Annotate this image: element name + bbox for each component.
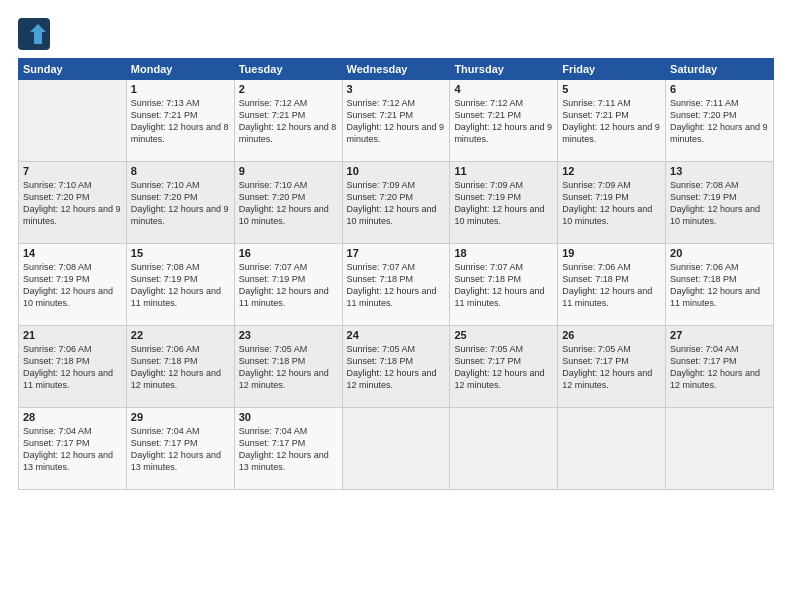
day-number: 29 [131,411,230,423]
day-cell [19,80,127,162]
day-content: Sunrise: 7:05 AM Sunset: 7:17 PM Dayligh… [454,343,553,392]
header-cell-monday: Monday [126,59,234,80]
day-cell: 22Sunrise: 7:06 AM Sunset: 7:18 PM Dayli… [126,326,234,408]
header [18,18,774,50]
day-cell [558,408,666,490]
day-content: Sunrise: 7:07 AM Sunset: 7:18 PM Dayligh… [347,261,446,310]
day-content: Sunrise: 7:10 AM Sunset: 7:20 PM Dayligh… [239,179,338,228]
logo-icon [18,18,50,50]
day-cell: 16Sunrise: 7:07 AM Sunset: 7:19 PM Dayli… [234,244,342,326]
day-cell [666,408,774,490]
day-cell: 20Sunrise: 7:06 AM Sunset: 7:18 PM Dayli… [666,244,774,326]
day-content: Sunrise: 7:11 AM Sunset: 7:21 PM Dayligh… [562,97,661,146]
day-content: Sunrise: 7:04 AM Sunset: 7:17 PM Dayligh… [131,425,230,474]
day-content: Sunrise: 7:05 AM Sunset: 7:17 PM Dayligh… [562,343,661,392]
day-cell: 15Sunrise: 7:08 AM Sunset: 7:19 PM Dayli… [126,244,234,326]
day-content: Sunrise: 7:12 AM Sunset: 7:21 PM Dayligh… [454,97,553,146]
day-cell: 25Sunrise: 7:05 AM Sunset: 7:17 PM Dayli… [450,326,558,408]
day-number: 22 [131,329,230,341]
day-number: 2 [239,83,338,95]
day-number: 18 [454,247,553,259]
day-number: 9 [239,165,338,177]
day-number: 20 [670,247,769,259]
day-content: Sunrise: 7:12 AM Sunset: 7:21 PM Dayligh… [347,97,446,146]
week-row-5: 28Sunrise: 7:04 AM Sunset: 7:17 PM Dayli… [19,408,774,490]
day-cell: 14Sunrise: 7:08 AM Sunset: 7:19 PM Dayli… [19,244,127,326]
day-content: Sunrise: 7:11 AM Sunset: 7:20 PM Dayligh… [670,97,769,146]
day-content: Sunrise: 7:05 AM Sunset: 7:18 PM Dayligh… [239,343,338,392]
day-cell: 28Sunrise: 7:04 AM Sunset: 7:17 PM Dayli… [19,408,127,490]
day-number: 28 [23,411,122,423]
day-cell [342,408,450,490]
day-number: 13 [670,165,769,177]
day-cell: 4Sunrise: 7:12 AM Sunset: 7:21 PM Daylig… [450,80,558,162]
header-cell-thursday: Thursday [450,59,558,80]
day-cell: 8Sunrise: 7:10 AM Sunset: 7:20 PM Daylig… [126,162,234,244]
day-content: Sunrise: 7:08 AM Sunset: 7:19 PM Dayligh… [23,261,122,310]
day-number: 5 [562,83,661,95]
day-number: 17 [347,247,446,259]
day-cell: 17Sunrise: 7:07 AM Sunset: 7:18 PM Dayli… [342,244,450,326]
day-cell: 29Sunrise: 7:04 AM Sunset: 7:17 PM Dayli… [126,408,234,490]
day-cell: 2Sunrise: 7:12 AM Sunset: 7:21 PM Daylig… [234,80,342,162]
day-content: Sunrise: 7:04 AM Sunset: 7:17 PM Dayligh… [239,425,338,474]
day-cell: 6Sunrise: 7:11 AM Sunset: 7:20 PM Daylig… [666,80,774,162]
day-content: Sunrise: 7:04 AM Sunset: 7:17 PM Dayligh… [23,425,122,474]
day-content: Sunrise: 7:06 AM Sunset: 7:18 PM Dayligh… [670,261,769,310]
day-content: Sunrise: 7:10 AM Sunset: 7:20 PM Dayligh… [23,179,122,228]
day-content: Sunrise: 7:04 AM Sunset: 7:17 PM Dayligh… [670,343,769,392]
day-content: Sunrise: 7:09 AM Sunset: 7:20 PM Dayligh… [347,179,446,228]
day-number: 12 [562,165,661,177]
day-number: 19 [562,247,661,259]
day-content: Sunrise: 7:06 AM Sunset: 7:18 PM Dayligh… [23,343,122,392]
day-cell: 19Sunrise: 7:06 AM Sunset: 7:18 PM Dayli… [558,244,666,326]
day-cell: 26Sunrise: 7:05 AM Sunset: 7:17 PM Dayli… [558,326,666,408]
day-content: Sunrise: 7:07 AM Sunset: 7:18 PM Dayligh… [454,261,553,310]
day-cell: 27Sunrise: 7:04 AM Sunset: 7:17 PM Dayli… [666,326,774,408]
week-row-2: 7Sunrise: 7:10 AM Sunset: 7:20 PM Daylig… [19,162,774,244]
day-number: 16 [239,247,338,259]
header-cell-friday: Friday [558,59,666,80]
day-number: 21 [23,329,122,341]
header-cell-sunday: Sunday [19,59,127,80]
day-cell: 5Sunrise: 7:11 AM Sunset: 7:21 PM Daylig… [558,80,666,162]
page: SundayMondayTuesdayWednesdayThursdayFrid… [0,0,792,612]
day-cell: 23Sunrise: 7:05 AM Sunset: 7:18 PM Dayli… [234,326,342,408]
day-number: 6 [670,83,769,95]
week-row-1: 1Sunrise: 7:13 AM Sunset: 7:21 PM Daylig… [19,80,774,162]
calendar-table: SundayMondayTuesdayWednesdayThursdayFrid… [18,58,774,490]
day-cell: 3Sunrise: 7:12 AM Sunset: 7:21 PM Daylig… [342,80,450,162]
day-cell: 11Sunrise: 7:09 AM Sunset: 7:19 PM Dayli… [450,162,558,244]
day-cell: 10Sunrise: 7:09 AM Sunset: 7:20 PM Dayli… [342,162,450,244]
header-cell-saturday: Saturday [666,59,774,80]
day-content: Sunrise: 7:09 AM Sunset: 7:19 PM Dayligh… [454,179,553,228]
day-number: 26 [562,329,661,341]
day-cell: 24Sunrise: 7:05 AM Sunset: 7:18 PM Dayli… [342,326,450,408]
day-cell [450,408,558,490]
day-number: 1 [131,83,230,95]
day-cell: 30Sunrise: 7:04 AM Sunset: 7:17 PM Dayli… [234,408,342,490]
day-cell: 9Sunrise: 7:10 AM Sunset: 7:20 PM Daylig… [234,162,342,244]
day-number: 4 [454,83,553,95]
day-content: Sunrise: 7:08 AM Sunset: 7:19 PM Dayligh… [670,179,769,228]
day-content: Sunrise: 7:08 AM Sunset: 7:19 PM Dayligh… [131,261,230,310]
day-content: Sunrise: 7:06 AM Sunset: 7:18 PM Dayligh… [562,261,661,310]
week-row-3: 14Sunrise: 7:08 AM Sunset: 7:19 PM Dayli… [19,244,774,326]
day-cell: 7Sunrise: 7:10 AM Sunset: 7:20 PM Daylig… [19,162,127,244]
day-number: 10 [347,165,446,177]
day-number: 15 [131,247,230,259]
day-cell: 1Sunrise: 7:13 AM Sunset: 7:21 PM Daylig… [126,80,234,162]
day-number: 23 [239,329,338,341]
week-row-4: 21Sunrise: 7:06 AM Sunset: 7:18 PM Dayli… [19,326,774,408]
day-cell: 18Sunrise: 7:07 AM Sunset: 7:18 PM Dayli… [450,244,558,326]
day-content: Sunrise: 7:06 AM Sunset: 7:18 PM Dayligh… [131,343,230,392]
day-content: Sunrise: 7:10 AM Sunset: 7:20 PM Dayligh… [131,179,230,228]
day-content: Sunrise: 7:12 AM Sunset: 7:21 PM Dayligh… [239,97,338,146]
day-number: 7 [23,165,122,177]
day-number: 30 [239,411,338,423]
day-number: 24 [347,329,446,341]
header-row: SundayMondayTuesdayWednesdayThursdayFrid… [19,59,774,80]
day-number: 11 [454,165,553,177]
day-content: Sunrise: 7:07 AM Sunset: 7:19 PM Dayligh… [239,261,338,310]
day-cell: 12Sunrise: 7:09 AM Sunset: 7:19 PM Dayli… [558,162,666,244]
